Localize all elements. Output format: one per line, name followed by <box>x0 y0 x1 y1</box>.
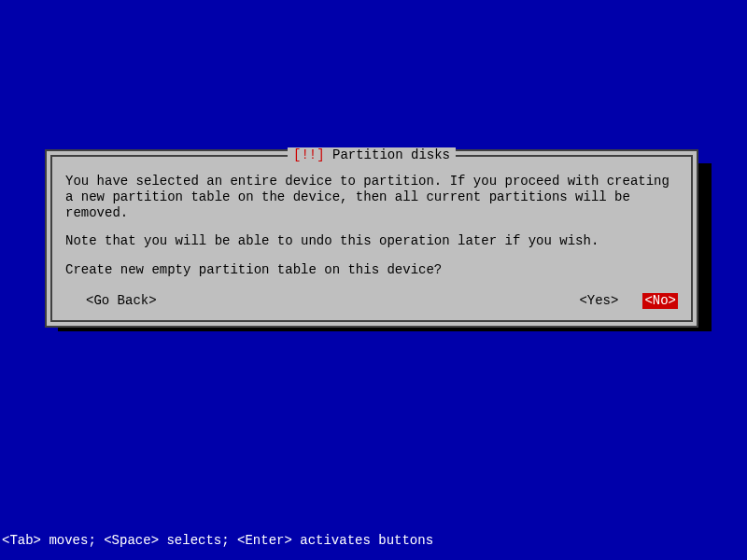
go-back-button[interactable]: <Go Back> <box>86 293 157 309</box>
no-button[interactable]: <No> <box>642 293 678 309</box>
dialog-button-row: <Go Back> <Yes> <No> <box>65 293 678 309</box>
partition-dialog: [!!] Partition disks You have selected a… <box>45 149 698 328</box>
dialog-frame: [!!] Partition disks You have selected a… <box>50 155 693 322</box>
dialog-title: [!!] Partition disks <box>288 147 456 163</box>
dialog-paragraph-1: You have selected an entire device to pa… <box>65 174 678 220</box>
dialog-paragraph-2: Note that you will be able to undo this … <box>65 233 678 249</box>
dialog-title-label: Partition disks <box>332 147 450 162</box>
dialog-title-warning: [!!] <box>293 147 325 162</box>
yes-button[interactable]: <Yes> <box>579 293 618 309</box>
dialog-question: Create new empty partition table on this… <box>65 262 678 278</box>
status-bar: <Tab> moves; <Space> selects; <Enter> ac… <box>2 533 433 549</box>
